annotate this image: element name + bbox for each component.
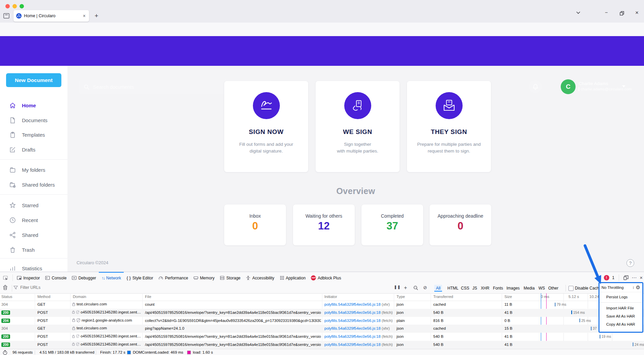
har-gear-icon[interactable]: ⚙ [636, 284, 640, 291]
tab-overflow-chevron-icon[interactable] [576, 11, 581, 14]
window-minimize-button[interactable]: − [605, 9, 608, 15]
menu-item-persist-logs[interactable]: Persist Logs [599, 292, 642, 302]
sidebar-item-my-folders[interactable]: My folders [0, 162, 67, 177]
request-row[interactable]: 200 POST o4505159621345280.ingest.sent… … [0, 341, 644, 349]
avatar[interactable]: C [561, 79, 576, 94]
sidebar-item-drafts[interactable]: Drafts [0, 142, 67, 157]
col-domain[interactable]: Domain [73, 295, 86, 299]
minimize-traffic-light[interactable] [12, 4, 17, 8]
tab-memory[interactable]: Memory [191, 272, 217, 283]
clear-requests-icon[interactable] [3, 285, 8, 290]
sidebar-item-shared[interactable]: Shared [0, 227, 67, 242]
col-transferred[interactable]: Transferred [433, 295, 453, 299]
search-requests-icon[interactable] [413, 285, 418, 290]
sidebar-item-statistics[interactable]: Statistics [0, 261, 67, 272]
filter-other[interactable]: Other [547, 285, 560, 292]
close-traffic-light[interactable] [5, 4, 10, 8]
col-type[interactable]: Type [397, 295, 405, 299]
action-card-we-sign[interactable]: WE SIGN Sign togetherwith multiple parti… [316, 81, 400, 172]
col-file[interactable]: File [145, 295, 151, 299]
initiator-link[interactable]: polyfills.54a6329f54ec0e56.js:18 [324, 343, 381, 347]
sidebar-item-templates[interactable]: Templates [0, 127, 67, 142]
col-status[interactable]: Status [1, 295, 12, 299]
tab-adblock-plus[interactable]: ABP Adblock Plus [308, 272, 344, 283]
filter-media[interactable]: Media [522, 285, 536, 292]
initiator-link[interactable]: polyfills.54a6329f54ec0e56.js:18 [324, 334, 381, 338]
tab-debugger[interactable]: Debugger [69, 272, 99, 283]
folder-icon [9, 167, 16, 173]
sidebar-item-trash[interactable]: Trash [0, 242, 67, 257]
col-method[interactable]: Method [37, 295, 50, 299]
filter-js[interactable]: JS [471, 285, 479, 292]
tab-list-icon[interactable] [3, 12, 11, 20]
devtools-more-icon[interactable]: ⋯ [632, 275, 637, 281]
filter-css[interactable]: CSS [459, 285, 471, 292]
add-request-icon[interactable]: + [404, 285, 407, 291]
filter-xhr[interactable]: XHR [479, 285, 491, 292]
filter-all[interactable]: All [434, 285, 442, 292]
tab-console[interactable]: Console [42, 272, 69, 283]
new-document-button[interactable]: New Document [6, 73, 61, 87]
request-row[interactable]: 200 POST o4505159621345280.ingest.sent… … [0, 333, 644, 341]
tab-application[interactable]: Application [277, 272, 309, 283]
filter-fonts[interactable]: Fonts [491, 285, 505, 292]
browser-tab[interactable]: Home | Circularo × [13, 10, 89, 22]
initiator-link[interactable]: polyfills.54a6329f54ec0e56.js:18 [324, 319, 381, 323]
initiator-link[interactable]: polyfills.54a6329f54ec0e56.js:18 [324, 326, 381, 330]
menu-item-save-all-har[interactable]: Save All As HAR [599, 312, 642, 320]
sidebar-item-recent[interactable]: Recent [0, 213, 67, 227]
console-icon [45, 276, 50, 280]
help-button[interactable]: ? [626, 259, 634, 267]
window-close-button[interactable]: × [635, 9, 639, 16]
load-swatch [187, 351, 191, 354]
stat-card-inbox[interactable]: Inbox 0 [224, 204, 286, 245]
tab-style-editor[interactable]: { } Style Editor [124, 272, 156, 283]
sidebar-item-home[interactable]: Home [0, 98, 67, 113]
col-initiator[interactable]: Initiator [324, 295, 337, 299]
tab-storage[interactable]: Storage [217, 272, 243, 283]
col-size[interactable]: Size [504, 295, 512, 299]
responsive-design-mode-icon[interactable] [623, 275, 628, 280]
sidebar-item-shared-folders[interactable]: Shared folders [0, 177, 67, 192]
request-row[interactable]: 204 POST region1.google-analytics.com co… [0, 317, 644, 325]
filter-html[interactable]: HTML [446, 285, 460, 292]
request-row[interactable]: 304 GET test.circularo.com count polyfil… [0, 301, 644, 309]
stat-card-waiting[interactable]: Waiting for others 12 [293, 204, 355, 245]
sidebar-item-starred[interactable]: Starred [0, 198, 67, 213]
stat-card-completed[interactable]: Completed 37 [361, 204, 423, 245]
stat-value: 37 [361, 220, 423, 232]
menu-item-import-har[interactable]: Import HAR File [599, 304, 642, 312]
tab-performance[interactable]: Performance [156, 272, 191, 283]
menu-item-copy-all-har[interactable]: Copy All As HAR [599, 320, 642, 328]
tab-network[interactable]: ↑↓ Network [99, 272, 124, 283]
user-menu-chevron-icon[interactable] [622, 85, 625, 87]
new-tab-button[interactable]: + [92, 12, 100, 20]
block-requests-icon[interactable]: ⊘ [423, 285, 427, 290]
pause-icon[interactable]: ❚❚ [394, 285, 401, 289]
filter-urls-input[interactable]: Filter URLs [13, 285, 40, 290]
tab-close-icon[interactable]: × [82, 13, 86, 19]
stat-value: 0 [224, 220, 286, 232]
initiator-link[interactable]: polyfills.54a6329f54ec0e56.js:18 [324, 302, 381, 306]
filter-images[interactable]: Images [505, 285, 521, 292]
stat-card-deadline[interactable]: Approaching deadline 0 [430, 204, 491, 245]
filter-ws[interactable]: WS [537, 285, 547, 292]
action-card-they-sign[interactable]: THEY SIGN Prepare for multiple parties a… [407, 81, 491, 172]
notifications-button[interactable] [529, 80, 542, 93]
tab-accessibility[interactable]: Accessibility [243, 272, 277, 283]
window-restore-button[interactable] [620, 11, 624, 16]
error-badge-icon[interactable]: ! [604, 275, 609, 280]
action-card-sign-now[interactable]: SIGN NOW Fill out forms and add yourdigi… [224, 81, 308, 172]
pick-element-icon[interactable] [0, 272, 11, 283]
disable-cache-checkbox[interactable] [568, 286, 574, 291]
tab-inspector[interactable]: Inspector [14, 272, 42, 283]
request-row[interactable]: 200 POST o4505159621345280.ingest.sent… … [0, 309, 644, 317]
initiator-link[interactable]: polyfills.54a6329f54ec0e56.js:18 [324, 310, 381, 315]
menu-divider [599, 302, 642, 303]
memory-chip-icon [194, 276, 198, 280]
sidebar-item-documents[interactable]: Documents [0, 113, 67, 128]
maximize-traffic-light[interactable] [20, 4, 24, 8]
request-row[interactable]: 304 GET test.circularo.com ping?appName=… [0, 325, 644, 333]
devtools-close-icon[interactable]: × [640, 275, 643, 280]
throttling-select[interactable]: No Throttling ↕ ⚙ [599, 283, 642, 292]
